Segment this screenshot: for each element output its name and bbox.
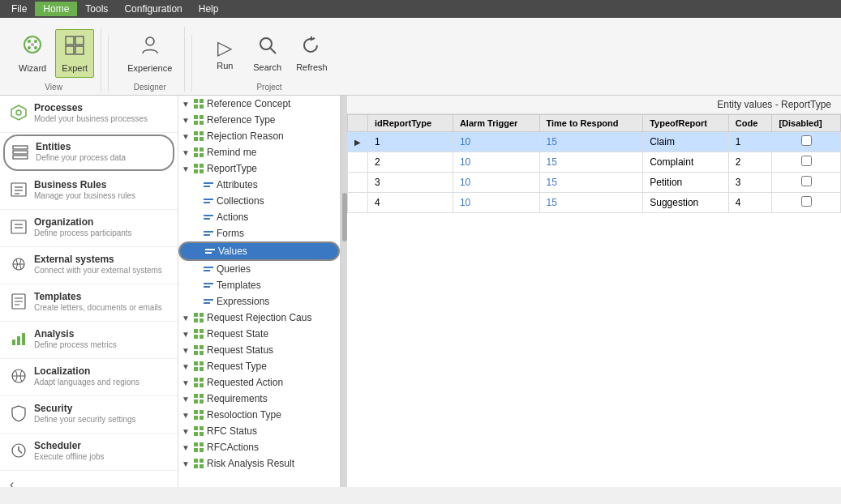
tree-expand-req-action[interactable]: ▼ bbox=[182, 378, 193, 387]
entities-desc: Define your process data bbox=[36, 153, 126, 162]
tree-rfc-actions[interactable]: ▼ RFCActions bbox=[178, 439, 340, 455]
processes-text: Processes Model your business processes bbox=[34, 102, 148, 123]
scheduler-desc: Execute offline jobs bbox=[34, 452, 105, 461]
cell-disabled[interactable] bbox=[772, 152, 841, 173]
sidebar-item-external-systems[interactable]: External systems Connect with your exter… bbox=[0, 247, 178, 284]
cell-time: 15 bbox=[539, 152, 643, 173]
tree-req-rejection[interactable]: ▼ Request Rejection Caus bbox=[178, 310, 340, 326]
tree-expand-rfc-status[interactable]: ▼ bbox=[182, 427, 193, 436]
tree-label-req-type: Request Type bbox=[207, 361, 267, 372]
tree-remind-me[interactable]: ▼ Remind me bbox=[178, 144, 340, 160]
col-header-arrow bbox=[348, 115, 368, 132]
tree-risk-analysis[interactable]: ▼ Risk Analysis Result bbox=[178, 455, 340, 472]
tree-expressions[interactable]: Expressions bbox=[178, 293, 340, 310]
experience-button[interactable]: Experience bbox=[122, 29, 178, 78]
svg-rect-88 bbox=[200, 361, 204, 365]
menu-home[interactable]: Home bbox=[35, 2, 77, 16]
tree-collections[interactable]: Collections bbox=[178, 193, 340, 209]
entities-title: Entities bbox=[36, 141, 126, 152]
svg-rect-58 bbox=[200, 169, 204, 173]
tree-forms[interactable]: Forms bbox=[178, 225, 340, 241]
tree-actions[interactable]: Actions bbox=[178, 209, 340, 225]
cell-id: 4 bbox=[368, 193, 453, 213]
sidebar-item-entities[interactable]: Entities Define your process data bbox=[3, 135, 174, 171]
svg-point-2 bbox=[34, 40, 37, 43]
tree-rejection-reason[interactable]: ▼ Rejection Reason bbox=[178, 128, 340, 144]
tree-label-req-rej: Request Rejection Caus bbox=[207, 312, 311, 323]
sidebar-item-localization[interactable]: Localization Adapt languages and regions bbox=[0, 359, 178, 396]
sidebar-item-organization[interactable]: Organization Define process participants bbox=[0, 210, 178, 247]
tree-expand-remind[interactable]: ▼ bbox=[182, 148, 193, 157]
tree-expand-ref-type[interactable]: ▼ bbox=[182, 116, 193, 125]
svg-rect-113 bbox=[194, 464, 198, 468]
svg-rect-64 bbox=[204, 218, 210, 220]
sidebar-item-processes[interactable]: Processes Model your business processes bbox=[0, 96, 178, 133]
cell-disabled[interactable] bbox=[772, 132, 841, 152]
tree-expand-risk[interactable]: ▼ bbox=[182, 459, 193, 468]
refresh-button[interactable]: Refresh bbox=[290, 29, 333, 78]
tree-label-attrs: Attributes bbox=[217, 179, 258, 190]
table-row[interactable]: 21015Complaint2 bbox=[348, 152, 841, 173]
cell-disabled[interactable] bbox=[772, 193, 841, 213]
cell-alarm: 10 bbox=[453, 132, 539, 152]
wizard-label: Wizard bbox=[19, 63, 46, 73]
svg-point-5 bbox=[31, 43, 34, 46]
tree-label-rejection: Rejection Reason bbox=[207, 130, 284, 142]
tree-expand-rejection[interactable]: ▼ bbox=[182, 132, 193, 141]
tree-expand-req-rej[interactable]: ▼ bbox=[182, 314, 193, 322]
svg-rect-65 bbox=[204, 231, 213, 233]
sidebar-item-scheduler[interactable]: Scheduler Execute offline jobs bbox=[0, 434, 178, 471]
tree-req-state[interactable]: ▼ Request State bbox=[178, 326, 340, 342]
templates-text: Templates Create letters, documents or e… bbox=[34, 291, 162, 312]
collapse-icon[interactable]: ‹ bbox=[10, 477, 14, 487]
tree-expand-report[interactable]: ▼ bbox=[182, 164, 193, 173]
tree-expand-requirements[interactable]: ▼ bbox=[182, 395, 193, 404]
tree-expand-ref-concept[interactable]: ▼ bbox=[182, 100, 193, 109]
cell-disabled[interactable] bbox=[772, 173, 841, 193]
table-row[interactable]: ▶11015Claim1 bbox=[348, 132, 841, 152]
refresh-label: Refresh bbox=[296, 62, 328, 72]
expert-button[interactable]: Expert bbox=[55, 29, 94, 78]
disabled-checkbox[interactable] bbox=[801, 176, 812, 186]
tree-requirements[interactable]: ▼ Requirements bbox=[178, 391, 340, 407]
tree-expand-req-type[interactable]: ▼ bbox=[182, 362, 193, 371]
tree-req-action[interactable]: ▼ Requested Action bbox=[178, 374, 340, 391]
disabled-checkbox[interactable] bbox=[801, 156, 812, 166]
tree-label-expressions: Expressions bbox=[217, 296, 269, 307]
tree-ref-type[interactable]: ▼ Reference Type bbox=[178, 112, 340, 128]
menu-file[interactable]: File bbox=[3, 2, 35, 16]
menu-help[interactable]: Help bbox=[191, 2, 227, 16]
tree-scrollbar[interactable] bbox=[341, 96, 347, 487]
wizard-button[interactable]: Wizard bbox=[13, 29, 52, 78]
disabled-checkbox[interactable] bbox=[801, 135, 812, 146]
tree-expand-req-status[interactable]: ▼ bbox=[182, 346, 193, 355]
run-button[interactable]: ▷ Run bbox=[205, 29, 244, 78]
svg-rect-109 bbox=[194, 448, 198, 452]
tree-resolution-type[interactable]: ▼ Resoloction Type bbox=[178, 407, 340, 423]
sidebar-collapse[interactable]: ‹ bbox=[0, 471, 178, 487]
sidebar-item-business-rules[interactable]: Business Rules Manage your business rule… bbox=[0, 173, 178, 210]
tree-expand-rfc-actions[interactable]: ▼ bbox=[182, 443, 193, 452]
tree-queries[interactable]: Queries bbox=[178, 261, 340, 277]
tree-req-type[interactable]: ▼ Request Type bbox=[178, 358, 340, 374]
table-row[interactable]: 41015Suggestion4 bbox=[348, 193, 841, 213]
tree-expand-resolution[interactable]: ▼ bbox=[182, 411, 193, 420]
sidebar-item-templates[interactable]: Templates Create letters, documents or e… bbox=[0, 284, 178, 322]
tree-templates-child[interactable]: Templates bbox=[178, 277, 340, 293]
tree-ref-concept[interactable]: ▼ Reference Concept bbox=[178, 96, 340, 112]
tree-req-status[interactable]: ▼ Request Status bbox=[178, 342, 340, 358]
tree-rfc-status[interactable]: ▼ RFC Status bbox=[178, 423, 340, 439]
svg-rect-85 bbox=[194, 351, 198, 355]
tree-values[interactable]: Values bbox=[178, 241, 340, 261]
sidebar-item-security[interactable]: Security Define your security settings bbox=[0, 396, 178, 434]
table-row[interactable]: 31015Petition3 bbox=[348, 173, 841, 193]
tree-report-type[interactable]: ▼ ReportType bbox=[178, 160, 340, 177]
menu-tools[interactable]: Tools bbox=[77, 2, 116, 16]
tree-label-collections: Collections bbox=[217, 195, 264, 207]
search-button[interactable]: Search bbox=[247, 29, 287, 78]
tree-attributes[interactable]: Attributes bbox=[178, 177, 340, 193]
tree-expand-req-state[interactable]: ▼ bbox=[182, 330, 193, 339]
sidebar-item-analysis[interactable]: Analysis Define process metrics bbox=[0, 322, 178, 359]
menu-configuration[interactable]: Configuration bbox=[116, 2, 190, 16]
disabled-checkbox[interactable] bbox=[801, 196, 812, 207]
